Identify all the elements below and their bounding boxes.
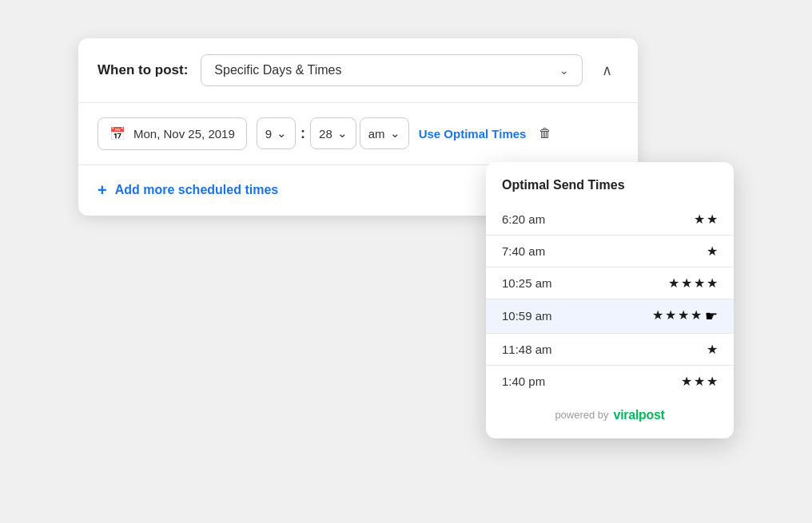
ampm-value: am: [368, 127, 385, 141]
optimal-time-label: 7:40 am: [502, 244, 545, 258]
star-rating: ★★★★: [668, 275, 718, 291]
optimal-time-item[interactable]: 7:40 am★: [486, 236, 734, 267]
optimal-time-label: 11:48 am: [502, 343, 552, 356]
star-icon: ★: [707, 212, 718, 227]
optimal-send-times-dropdown: Optimal Send Times 6:20 am★★7:40 am★10:2…: [486, 162, 734, 438]
ampm-select[interactable]: am ⌄: [360, 117, 409, 149]
time-group: 9 ⌄ : 28 ⌄ am ⌄: [257, 117, 409, 149]
add-times-button[interactable]: Add more scheduled times: [115, 183, 279, 197]
hour-chevron-icon: ⌄: [277, 126, 287, 141]
time-colon: :: [299, 125, 307, 142]
optimal-time-label: 1:40 pm: [502, 374, 545, 388]
optimal-time-item[interactable]: 10:59 am★★★★☛: [486, 299, 734, 333]
ampm-chevron-icon: ⌄: [390, 126, 400, 141]
viralpost-brand: viralpost: [614, 408, 665, 422]
star-icon: ★: [694, 212, 705, 227]
optimal-time-item[interactable]: 10:25 am★★★★: [486, 267, 734, 299]
minute-value: 28: [319, 127, 332, 141]
star-icon: ★: [665, 307, 676, 325]
collapse-icon: ∧: [602, 62, 612, 78]
cursor-icon: ☛: [705, 307, 718, 325]
calendar-icon: 📅: [109, 126, 125, 141]
chevron-down-icon: ⌄: [559, 64, 569, 77]
star-rating: ★★: [694, 212, 718, 227]
optimal-dropdown-title: Optimal Send Times: [486, 178, 734, 204]
use-optimal-button[interactable]: Use Optimal Times: [419, 127, 527, 141]
star-icon: ★: [707, 275, 718, 291]
collapse-button[interactable]: ∧: [595, 58, 619, 82]
when-to-post-dropdown[interactable]: Specific Days & Times ⌄: [201, 54, 583, 86]
star-icon: ★: [694, 275, 705, 291]
hour-value: 9: [265, 127, 272, 141]
star-rating: ★★★★☛: [652, 307, 718, 325]
star-icon: ★: [707, 342, 718, 357]
optimal-time-item[interactable]: 6:20 am★★: [486, 204, 734, 235]
optimal-time-label: 6:20 am: [502, 212, 545, 226]
optimal-time-item[interactable]: 11:48 am★: [486, 334, 734, 365]
star-icon: ★: [691, 307, 702, 325]
star-rating: ★: [707, 342, 718, 357]
minute-chevron-icon: ⌄: [337, 126, 348, 141]
star-icon: ★: [707, 374, 718, 389]
star-icon: ★: [652, 307, 663, 325]
add-icon: +: [98, 181, 107, 200]
optimal-time-label: 10:59 am: [502, 309, 552, 323]
delete-button[interactable]: 🗑: [535, 125, 555, 142]
hour-select[interactable]: 9 ⌄: [257, 117, 296, 149]
star-icon: ★: [681, 374, 692, 389]
date-value: Mon, Nov 25, 2019: [133, 127, 235, 141]
when-to-post-label: When to post:: [98, 62, 188, 78]
star-rating: ★★★: [681, 374, 718, 389]
minute-select[interactable]: 28 ⌄: [310, 117, 356, 149]
optimal-time-label: 10:25 am: [502, 276, 552, 290]
screenshot-container: When to post: Specific Days & Times ⌄ ∧ …: [78, 38, 734, 485]
schedule-row: 📅 Mon, Nov 25, 2019 9 ⌄ : 28 ⌄ am ⌄: [78, 103, 638, 165]
star-icon: ★: [678, 307, 689, 325]
optimal-items-list: 6:20 am★★7:40 am★10:25 am★★★★10:59 am★★★…: [486, 204, 734, 397]
star-rating: ★: [707, 244, 718, 259]
when-to-post-row: When to post: Specific Days & Times ⌄ ∧: [78, 38, 638, 103]
powered-by-row: powered by viralpost: [486, 397, 734, 426]
star-icon: ★: [707, 244, 718, 259]
star-icon: ★: [681, 275, 692, 291]
star-icon: ★: [694, 374, 705, 389]
optimal-time-item[interactable]: 1:40 pm★★★: [486, 366, 734, 397]
dropdown-value: Specific Days & Times: [214, 63, 341, 77]
star-icon: ★: [668, 275, 679, 291]
date-picker[interactable]: 📅 Mon, Nov 25, 2019: [98, 117, 247, 150]
powered-by-label: powered by: [555, 409, 608, 421]
